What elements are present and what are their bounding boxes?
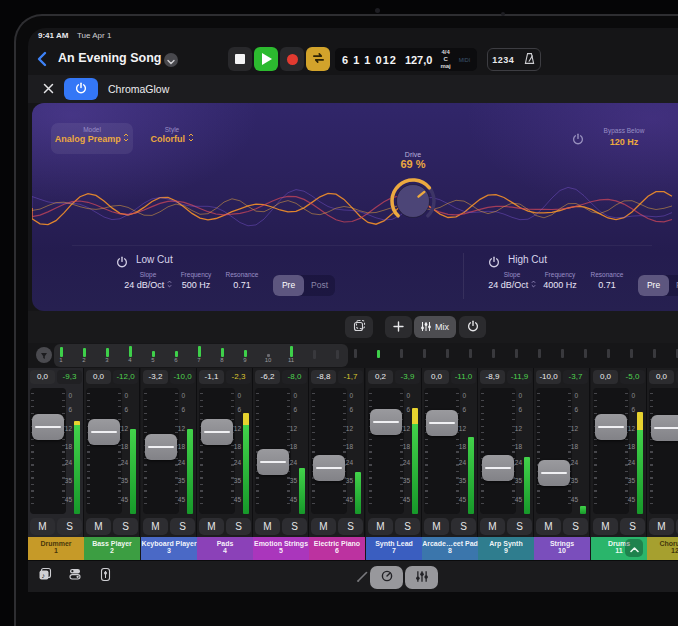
smart-controls-button[interactable]	[370, 566, 403, 589]
mute-button[interactable]: M	[143, 518, 168, 535]
volume-value[interactable]: 0,0	[86, 370, 111, 384]
track-name-label[interactable]: Bass Player 2	[84, 537, 140, 560]
solo-button[interactable]: S	[113, 518, 138, 535]
post-option[interactable]: Post	[669, 275, 678, 296]
pre-option[interactable]: Pre	[638, 275, 669, 296]
overview-offscreen-channel[interactable]	[336, 350, 339, 359]
high-cut-frequency[interactable]: Frequency 4000 Hz	[530, 271, 590, 290]
overview-offscreen-channel[interactable]	[377, 350, 380, 358]
volume-value[interactable]: -6,2	[255, 370, 280, 384]
solo-button[interactable]: S	[226, 518, 251, 535]
volume-value[interactable]: -3,2	[143, 370, 168, 384]
overview-offscreen-channel[interactable]	[607, 349, 610, 358]
mute-button[interactable]: M	[30, 518, 55, 535]
solo-button[interactable]: S	[620, 518, 645, 535]
mute-button[interactable]: M	[255, 518, 280, 535]
solo-button[interactable]: S	[57, 518, 82, 535]
volume-value[interactable]: -1,1	[199, 370, 224, 384]
solo-button[interactable]: S	[282, 518, 307, 535]
song-menu-button[interactable]	[164, 53, 178, 67]
volume-value[interactable]: 0,0	[30, 370, 55, 384]
mute-button[interactable]: M	[649, 518, 674, 535]
overview-offscreen-channel[interactable]	[446, 349, 449, 358]
solo-button[interactable]: S	[451, 518, 476, 535]
count-in-metronome-group[interactable]: 1234	[487, 48, 541, 71]
mute-button[interactable]: M	[368, 518, 393, 535]
level-control[interactable]: Level 0.0	[660, 127, 678, 147]
cycle-button[interactable]	[306, 47, 330, 71]
overview-offscreen-channel[interactable]	[630, 349, 633, 358]
post-option[interactable]: Post	[304, 275, 335, 296]
fader-handle[interactable]	[32, 414, 64, 440]
mute-button[interactable]: M	[424, 518, 449, 535]
track-name-label[interactable]: Keyboard Player 3	[141, 537, 197, 560]
mute-button[interactable]: M	[536, 518, 561, 535]
volume-value[interactable]: 0,0	[649, 370, 674, 384]
mixer-power-button[interactable]	[459, 316, 486, 338]
add-plugin-button[interactable]	[385, 316, 412, 338]
track-name-label[interactable]: Electric Piano 6	[309, 537, 365, 560]
track-name-label[interactable]: Chorus V 12	[647, 537, 678, 560]
mute-button[interactable]: M	[86, 518, 111, 535]
overview-offscreen-channel[interactable]	[313, 350, 316, 359]
high-cut-pre-post-toggle[interactable]: Pre Post	[638, 275, 678, 296]
mute-button[interactable]: M	[480, 518, 505, 535]
overview-offscreen-channel[interactable]	[653, 349, 656, 358]
solo-button[interactable]: S	[170, 518, 195, 535]
copy-settings-button[interactable]	[345, 316, 373, 338]
mute-button[interactable]: M	[311, 518, 336, 535]
plugin-power-toggle[interactable]	[64, 78, 98, 100]
fader-handle[interactable]	[88, 419, 120, 445]
fader-handle[interactable]	[145, 434, 177, 460]
volume-value[interactable]: 0,0	[424, 370, 449, 384]
close-plugin-button[interactable]	[40, 81, 56, 97]
track-name-label[interactable]: Pads 4	[197, 537, 253, 560]
overview-offscreen-channel[interactable]	[515, 349, 518, 358]
overview-offscreen-channel[interactable]	[492, 349, 495, 358]
mute-button[interactable]: M	[593, 518, 618, 535]
filter-tracks-button[interactable]	[36, 347, 52, 363]
overview-offscreen-channel[interactable]	[538, 349, 541, 358]
solo-button[interactable]: S	[338, 518, 363, 535]
low-cut-pre-post-toggle[interactable]: Pre Post	[273, 275, 335, 296]
lcd-display[interactable]: 6 1 1 012 127,0 4/4 C maj MIDI	[335, 48, 477, 71]
low-cut-resonance[interactable]: Resonance 0.71	[217, 271, 267, 290]
track-name-label[interactable]: Arcade…eet Pad 8	[422, 537, 478, 560]
volume-value[interactable]: 0,0	[593, 370, 618, 384]
style-selector[interactable]: Style Colorful	[137, 126, 207, 144]
track-name-label[interactable]: Drummer 1	[28, 537, 84, 560]
mix-view-button[interactable]: Mix	[414, 316, 456, 338]
overview-offscreen-channel[interactable]	[469, 349, 472, 358]
play-button[interactable]	[254, 47, 278, 71]
volume-value[interactable]: -8,9	[480, 370, 505, 384]
high-cut-resonance[interactable]: Resonance 0.71	[582, 271, 632, 290]
edit-pencil-icon[interactable]	[355, 569, 370, 588]
high-cut-power-icon[interactable]	[488, 254, 500, 272]
collapse-chevron-button[interactable]	[625, 539, 643, 557]
mute-button[interactable]: M	[199, 518, 224, 535]
volume-value[interactable]: 0,2	[368, 370, 393, 384]
loops-browser-button[interactable]: ♪	[36, 567, 54, 585]
record-button[interactable]	[280, 47, 304, 71]
channel-strip-button[interactable]	[96, 567, 114, 585]
track-name-label[interactable]: Synth Lead 7	[366, 537, 422, 560]
song-title[interactable]: An Evening Song	[58, 51, 161, 65]
fader-handle[interactable]	[426, 410, 458, 436]
fader-handle[interactable]	[313, 455, 345, 481]
overview-offscreen-channel[interactable]	[561, 349, 564, 358]
track-name-label[interactable]: Arp Synth 9	[478, 537, 534, 560]
fader-handle[interactable]	[201, 419, 233, 445]
mixer-faders-button[interactable]	[405, 566, 438, 589]
overview-offscreen-channel[interactable]	[584, 349, 587, 358]
mixer-overview[interactable]: 1234567891011	[28, 343, 678, 368]
back-button[interactable]	[36, 51, 48, 67]
drive-knob[interactable]	[387, 175, 439, 227]
fader-handle[interactable]	[595, 414, 627, 440]
solo-button[interactable]: S	[563, 518, 588, 535]
low-cut-power-icon[interactable]	[116, 254, 128, 272]
metronome-icon[interactable]	[523, 51, 536, 69]
fader-handle[interactable]	[370, 409, 402, 435]
plugins-browser-button[interactable]	[66, 567, 84, 585]
fader-handle[interactable]	[482, 455, 514, 481]
fader-handle[interactable]	[257, 449, 289, 475]
